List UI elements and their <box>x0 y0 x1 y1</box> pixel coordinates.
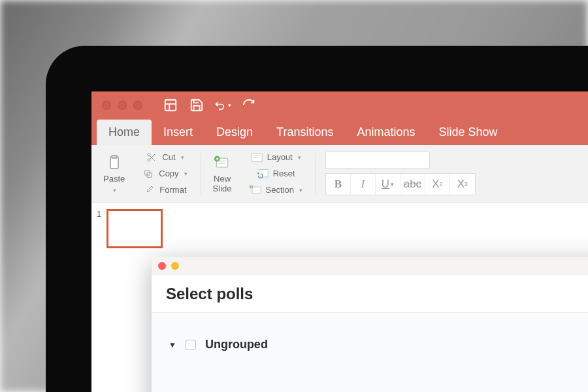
scissors-icon <box>145 152 158 163</box>
font-group: B I U ▾ abc X2 X2 <box>321 149 480 198</box>
group-checkbox[interactable] <box>186 340 196 350</box>
cut-button[interactable]: Cut▾ <box>141 150 188 165</box>
save-icon[interactable] <box>188 97 205 114</box>
format-painter-button[interactable]: Format <box>139 183 190 197</box>
brush-icon <box>142 184 155 196</box>
section-icon <box>249 184 262 196</box>
layout-slide-icon <box>250 152 263 163</box>
window-controls <box>102 101 142 110</box>
tab-design[interactable]: Design <box>204 120 265 145</box>
tab-animations[interactable]: Animations <box>345 120 427 145</box>
bold-button[interactable]: B <box>326 174 351 195</box>
minimize-icon[interactable] <box>171 262 179 270</box>
clipboard-group: Cut▾ Copy▾ Format <box>134 149 195 198</box>
reset-button[interactable]: Reset <box>252 167 299 181</box>
clipboard-icon <box>105 154 123 172</box>
svg-rect-20 <box>259 169 268 176</box>
modal-window-controls <box>158 262 179 270</box>
slide-number: 1 <box>97 209 101 248</box>
tab-home[interactable]: Home <box>97 120 152 145</box>
svg-rect-4 <box>112 155 117 158</box>
paste-label: Paste <box>103 174 125 184</box>
tab-transitions[interactable]: Transitions <box>265 120 345 145</box>
paste-button[interactable]: Paste ▾ <box>97 149 131 198</box>
minimize-dot[interactable] <box>118 101 127 110</box>
subscript-button[interactable]: X2 <box>450 174 475 195</box>
group-name: Ungrouped <box>205 338 268 351</box>
slide-thumbnail[interactable] <box>106 209 163 248</box>
poll-group-row[interactable]: ▼ Ungrouped <box>166 334 588 355</box>
separator <box>316 153 316 195</box>
svg-rect-21 <box>252 187 261 193</box>
separator <box>201 153 201 195</box>
select-polls-modal: Select polls ▼ Ungrouped <box>152 257 588 392</box>
close-dot[interactable] <box>102 101 111 110</box>
section-button[interactable]: Section▾ <box>245 183 306 197</box>
font-name-field[interactable] <box>325 152 430 169</box>
tab-insert[interactable]: Insert <box>152 120 204 145</box>
layout-button[interactable]: Layout▾ <box>246 150 305 165</box>
chevron-down-icon[interactable]: ▼ <box>169 340 176 350</box>
modal-title: Select polls <box>166 285 253 303</box>
layout-icon[interactable] <box>162 97 179 114</box>
zoom-dot[interactable] <box>133 101 142 110</box>
thumbnail-row[interactable]: 1 <box>97 209 167 248</box>
font-format-row: B I U ▾ abc X2 X2 <box>325 173 476 195</box>
copy-button[interactable]: Copy▾ <box>138 167 191 181</box>
undo-icon[interactable]: ▾ <box>214 97 231 114</box>
new-slide-button[interactable]: New Slide <box>206 149 238 198</box>
ribbon-tabstrip: Home Insert Design Transitions Animation… <box>91 119 588 145</box>
slides-group: Layout▾ Reset Section▾ <box>241 149 310 198</box>
refresh-icon[interactable] <box>240 97 257 114</box>
app-titlebar: ▾ <box>91 91 588 119</box>
svg-point-5 <box>148 154 150 156</box>
svg-point-6 <box>148 159 150 161</box>
new-slide-icon <box>213 154 231 172</box>
reset-slide-icon <box>256 168 269 180</box>
modal-header: Select polls <box>152 275 588 313</box>
ribbon: Paste ▾ Cut▾ Copy▾ Format New Slide Layo… <box>91 145 588 203</box>
svg-rect-0 <box>165 100 176 111</box>
modal-titlebar <box>152 257 588 275</box>
copy-icon <box>142 168 155 180</box>
superscript-button[interactable]: X2 <box>425 174 450 195</box>
underline-button[interactable]: U ▾ <box>376 174 400 195</box>
italic-button[interactable]: I <box>351 174 376 195</box>
caret-icon: ▾ <box>113 187 116 193</box>
close-icon[interactable] <box>158 262 166 270</box>
modal-body: ▼ Ungrouped <box>152 313 588 392</box>
new-slide-label: New Slide <box>213 174 232 194</box>
tab-slideshow[interactable]: Slide Show <box>427 120 510 145</box>
strike-button[interactable]: abc <box>400 174 425 195</box>
